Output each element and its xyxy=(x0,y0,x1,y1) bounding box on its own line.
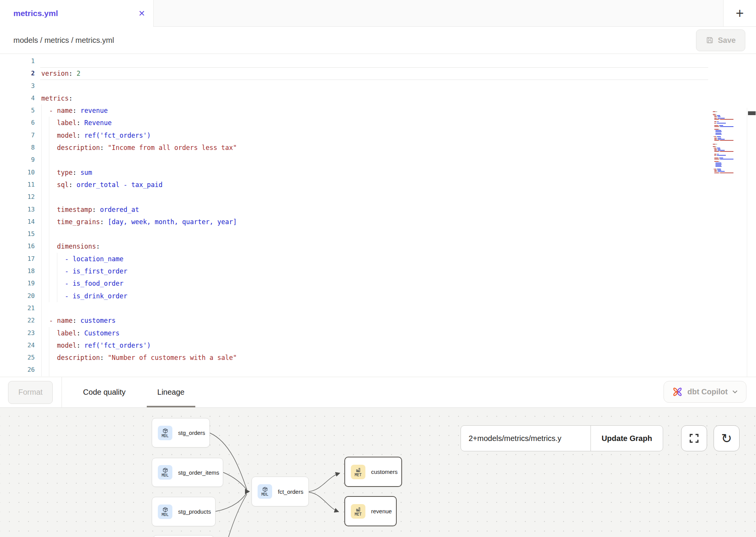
line-number: 3 xyxy=(0,80,40,92)
line-number: 1 xyxy=(0,55,40,67)
line-content: label: Customers xyxy=(40,327,708,339)
dbt-copilot-button[interactable]: dbt Copilot xyxy=(664,381,746,403)
lineage-node-stg_products[interactable]: MDLstg_products xyxy=(152,497,216,526)
lineage-node-revenue[interactable]: METrevenue xyxy=(344,496,397,526)
line-content: - is_drink_order xyxy=(40,290,708,302)
code-line-20[interactable]: 20- is_drink_order xyxy=(0,290,756,302)
line-number: 5 xyxy=(0,104,40,117)
line-content: - name: customers xyxy=(40,314,708,327)
code-line-1[interactable]: 1 xyxy=(0,55,756,67)
indent-guide xyxy=(41,253,49,265)
metric-chart-icon: MET xyxy=(351,504,365,519)
minimap[interactable] xyxy=(713,110,746,175)
tab-lineage[interactable]: Lineage xyxy=(147,377,195,407)
indent-guide xyxy=(49,216,57,228)
code-line-16[interactable]: 16dimensions: xyxy=(0,240,756,252)
line-number: 22 xyxy=(0,314,40,327)
indent-guide xyxy=(41,117,49,129)
indent-guide xyxy=(49,277,57,290)
line-number: 14 xyxy=(0,216,40,228)
line-content xyxy=(40,228,708,240)
model-cube-icon: MDL xyxy=(158,504,172,519)
refresh-icon: ↻ xyxy=(721,432,732,445)
code-line-8[interactable]: 8description: "Income from all orders le… xyxy=(0,142,756,154)
indent-guide xyxy=(49,129,57,142)
code-line-17[interactable]: 17- location_name xyxy=(0,253,756,265)
lineage-canvas[interactable]: MDLstg_ordersMDLstg_order_itemsMDLstg_pr… xyxy=(0,408,756,537)
line-number: 11 xyxy=(0,179,40,191)
code-editor[interactable]: 12version: 234metrics:5- name: revenue6l… xyxy=(0,54,756,377)
format-button[interactable]: Format xyxy=(8,381,53,404)
save-label: Save xyxy=(718,36,736,45)
indent-guide xyxy=(49,142,57,154)
code-line-25[interactable]: 25description: "Number of customers with… xyxy=(0,351,756,364)
lineage-node-partial_node[interactable]: MDL xyxy=(153,535,214,537)
code-line-18[interactable]: 18- is_first_order xyxy=(0,265,756,277)
tab-code-quality[interactable]: Code quality xyxy=(72,377,136,407)
code-line-10[interactable]: 10type: sum xyxy=(0,166,756,179)
refresh-button[interactable]: ↻ xyxy=(714,425,740,451)
code-line-24[interactable]: 24model: ref('fct_orders') xyxy=(0,339,756,351)
indent-guide xyxy=(41,104,49,117)
indent-guide xyxy=(49,351,57,364)
line-content: label: Revenue xyxy=(40,117,708,129)
line-number: 23 xyxy=(0,327,40,339)
lineage-controls: 2+models/metrics/metrics.y Update Graph xyxy=(461,425,663,451)
lineage-selector-input[interactable]: 2+models/metrics/metrics.y xyxy=(461,426,591,451)
editor-scrollbar[interactable] xyxy=(747,108,756,377)
line-number: 6 xyxy=(0,117,40,129)
code-line-26[interactable]: 26 xyxy=(0,364,756,376)
indent-guide xyxy=(41,364,49,376)
indent-guide xyxy=(41,179,49,191)
indent-guide xyxy=(41,203,49,216)
line-content xyxy=(40,80,708,92)
fullscreen-button[interactable] xyxy=(681,425,707,451)
line-content xyxy=(40,55,708,67)
lineage-node-stg_orders[interactable]: MDLstg_orders xyxy=(152,418,210,447)
code-line-2[interactable]: 2version: 2 xyxy=(0,67,756,80)
code-line-3[interactable]: 3 xyxy=(0,80,756,92)
line-content: description: "Number of customers with a… xyxy=(40,351,708,364)
lineage-node-stg_order_items[interactable]: MDLstg_order_items xyxy=(152,458,223,487)
scrollbar-thumb[interactable] xyxy=(748,111,756,115)
model-cube-icon: MDL xyxy=(158,426,172,440)
indent-guide xyxy=(49,265,57,277)
dbt-copilot-icon xyxy=(672,387,683,397)
code-line-23[interactable]: 23label: Customers xyxy=(0,327,756,339)
code-line-7[interactable]: 7model: ref('fct_orders') xyxy=(0,129,756,142)
code-line-9[interactable]: 9 xyxy=(0,154,756,166)
code-line-22[interactable]: 22- name: customers xyxy=(0,314,756,327)
code-line-15[interactable]: 15 xyxy=(0,228,756,240)
save-button[interactable]: Save xyxy=(696,29,745,51)
node-label: stg_orders xyxy=(178,430,205,436)
indent-guide xyxy=(57,253,65,265)
new-tab-button[interactable]: + xyxy=(723,0,756,27)
code-line-14[interactable]: 14time_grains: [day, week, month, quarte… xyxy=(0,216,756,228)
indent-guide xyxy=(41,351,49,364)
line-number: 15 xyxy=(0,228,40,240)
line-number: 12 xyxy=(0,191,40,203)
code-line-6[interactable]: 6label: Revenue xyxy=(0,117,756,129)
line-content: time_grains: [day, week, month, quarter,… xyxy=(40,216,708,228)
code-line-21[interactable]: 21 xyxy=(0,302,756,314)
line-content xyxy=(40,364,708,376)
code-line-5[interactable]: 5- name: revenue xyxy=(0,104,756,117)
code-line-12[interactable]: 12 xyxy=(0,191,756,203)
line-number: 2 xyxy=(0,67,40,80)
code-line-13[interactable]: 13timestamp: ordered_at xyxy=(0,203,756,216)
model-cube-icon: MDL xyxy=(258,484,272,499)
close-tab-icon[interactable]: × xyxy=(139,8,145,19)
tab-metrics-yml[interactable]: metrics.yml × xyxy=(0,0,154,27)
indent-guide xyxy=(49,290,57,302)
code-line-4[interactable]: 4metrics: xyxy=(0,92,756,104)
indent-guide xyxy=(49,203,57,216)
code-line-19[interactable]: 19- is_food_order xyxy=(0,277,756,290)
indent-guide xyxy=(41,277,49,290)
indent-guide xyxy=(57,290,65,302)
update-graph-button[interactable]: Update Graph xyxy=(591,426,663,451)
lineage-node-customers[interactable]: METcustomers xyxy=(344,457,402,487)
line-number: 21 xyxy=(0,302,40,314)
line-content: - location_name xyxy=(40,253,708,265)
code-line-11[interactable]: 11sql: order_total - tax_paid xyxy=(0,179,756,191)
lineage-node-fct_orders[interactable]: MDLfct_orders xyxy=(251,477,309,506)
